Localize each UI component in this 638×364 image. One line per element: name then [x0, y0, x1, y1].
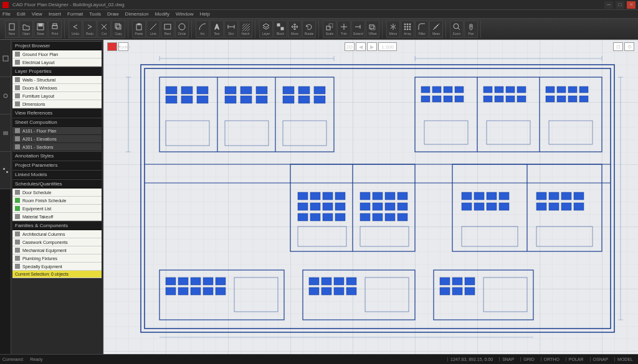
- menu-view[interactable]: View: [32, 11, 42, 17]
- text-button[interactable]: AText: [210, 21, 224, 38]
- arc-button[interactable]: Arc: [196, 21, 209, 38]
- trim-button[interactable]: Trim: [337, 21, 351, 38]
- panel-item[interactable]: Walls - Structural: [12, 76, 102, 84]
- rotate-button[interactable]: Rotate: [302, 21, 316, 38]
- sidebar-tab-layers[interactable]: [0, 114, 11, 152]
- panel-item[interactable]: Dimensions: [12, 100, 102, 108]
- panel-item[interactable]: Specialty Equipment: [12, 263, 102, 271]
- status-grid-toggle[interactable]: GRID: [520, 357, 537, 362]
- menu-insert[interactable]: Insert: [49, 11, 61, 17]
- status-polar-toggle[interactable]: POLAR: [566, 357, 586, 362]
- canvas-tab-model[interactable]: Model: [118, 42, 128, 51]
- save-icon: [36, 22, 45, 31]
- status-model-toggle[interactable]: MODEL: [614, 357, 636, 362]
- sidebar-tab-properties[interactable]: [0, 77, 11, 114]
- svg-rect-132: [474, 203, 484, 210]
- svg-rect-16: [277, 24, 280, 26]
- drawing-canvas[interactable]: [103, 40, 638, 354]
- menu-help[interactable]: Help: [199, 11, 209, 17]
- paste-button[interactable]: Paste: [132, 21, 146, 38]
- offset-button[interactable]: Offset: [366, 21, 379, 38]
- panel-item[interactable]: Casework Components: [12, 238, 102, 246]
- open-label: Open: [22, 32, 30, 35]
- panel-item[interactable]: A201 - Elevations: [12, 135, 102, 143]
- panel-item[interactable]: Mechanical Equipment: [12, 246, 102, 254]
- panel-item[interactable]: Door Schedule: [12, 189, 102, 197]
- menu-tools[interactable]: Tools: [89, 11, 101, 17]
- panel-item[interactable]: Material Takeoff: [12, 213, 102, 221]
- layer-button[interactable]: Layer: [259, 21, 273, 38]
- cut-button[interactable]: Cut: [97, 21, 111, 38]
- hatch-button[interactable]: Hatch: [239, 21, 252, 38]
- menu-dimension[interactable]: Dimension: [125, 11, 149, 17]
- panel-item[interactable]: Doors & Windows: [12, 84, 102, 92]
- dim-button[interactable]: Dim: [224, 21, 238, 38]
- panel-header[interactable]: Families & Components: [12, 221, 102, 230]
- sidebar-tab-blocks[interactable]: [0, 152, 11, 189]
- cut-icon: [100, 22, 108, 31]
- status-snap-toggle[interactable]: SNAP: [499, 357, 517, 362]
- canvas-view-prev[interactable]: ◀: [356, 42, 366, 51]
- canvas-settings[interactable]: ⚙: [624, 42, 634, 51]
- panel-item[interactable]: Electrical Layout: [12, 58, 102, 67]
- menu-draw[interactable]: Draw: [107, 11, 119, 17]
- layer-icon: [15, 231, 20, 236]
- array-button[interactable]: Array: [401, 21, 414, 38]
- close-button[interactable]: ✕: [627, 1, 636, 9]
- undo-button[interactable]: Undo: [69, 21, 82, 38]
- minimize-button[interactable]: ─: [604, 1, 613, 9]
- move-button[interactable]: Move: [288, 21, 302, 38]
- panel-item[interactable]: Equipment List: [12, 205, 102, 213]
- block-button[interactable]: Block: [274, 21, 287, 38]
- menu-window[interactable]: Window: [176, 11, 193, 17]
- panel-header[interactable]: Sheet Composition: [12, 118, 102, 127]
- open-button[interactable]: Open: [19, 21, 33, 38]
- canvas-record-button[interactable]: [107, 42, 117, 51]
- panel-item[interactable]: Architectural Columns: [12, 230, 102, 238]
- status-osnap-toggle[interactable]: OSNAP: [590, 357, 611, 362]
- panel-header[interactable]: Project Browser: [12, 41, 102, 50]
- status-ortho-toggle[interactable]: ORTHO: [541, 357, 562, 362]
- extend-button[interactable]: Extend: [351, 21, 365, 38]
- zoom-button[interactable]: Zoom: [450, 21, 464, 38]
- scale-button[interactable]: Scale: [323, 21, 336, 38]
- menu-file[interactable]: File: [2, 11, 11, 17]
- panel-header[interactable]: View References: [12, 108, 102, 118]
- panel-header[interactable]: Annotation Styles: [12, 151, 102, 161]
- panel-header[interactable]: Linked Models: [12, 170, 102, 179]
- menu-format[interactable]: Format: [67, 11, 83, 17]
- panel-item[interactable]: Room Finish Schedule: [12, 197, 102, 205]
- circle-button[interactable]: Circle: [175, 21, 189, 38]
- line-button[interactable]: Line: [146, 21, 160, 38]
- pan-button[interactable]: Pan: [464, 21, 478, 38]
- panel-header[interactable]: Project Parameters: [12, 161, 102, 170]
- panel-item[interactable]: A101 - Floor Plan: [12, 127, 102, 135]
- copy-button[interactable]: Copy: [112, 21, 125, 38]
- panel-item[interactable]: Furniture Layout: [12, 92, 102, 100]
- new-button[interactable]: New: [5, 21, 19, 38]
- panel-header[interactable]: Schedules/Quantities: [12, 179, 102, 189]
- canvas-scale[interactable]: 1:100: [378, 42, 397, 51]
- maximize-button[interactable]: □: [616, 1, 624, 9]
- save-button[interactable]: Save: [34, 21, 47, 38]
- panel-item[interactable]: A301 - Sections: [12, 143, 102, 151]
- fillet-button[interactable]: Fillet: [415, 21, 429, 38]
- canvas-view-next[interactable]: ▶: [367, 42, 377, 51]
- panel-item[interactable]: Ground Floor Plan: [12, 50, 102, 58]
- mirror-button[interactable]: Mirror: [386, 21, 400, 38]
- svg-rect-152: [216, 278, 226, 285]
- panel-header[interactable]: Layer Properties: [12, 67, 102, 76]
- menu-modify[interactable]: Modify: [155, 11, 169, 17]
- canvas-view-2d[interactable]: 2D: [345, 42, 355, 51]
- print-button[interactable]: Print: [48, 21, 62, 38]
- canvas-zoom-fit[interactable]: ⊡: [613, 42, 623, 51]
- redo-button[interactable]: Redo: [83, 21, 97, 38]
- sidebar-tab-project[interactable]: [0, 40, 11, 77]
- svg-rect-135: [536, 192, 546, 200]
- rect-button[interactable]: Rect: [161, 21, 174, 38]
- zoom-label: Zoom: [453, 32, 461, 35]
- menu-edit[interactable]: Edit: [17, 11, 26, 17]
- svg-rect-105: [323, 203, 333, 210]
- panel-item[interactable]: Plumbing Fixtures: [12, 254, 102, 263]
- measure-button[interactable]: Meas: [429, 21, 443, 38]
